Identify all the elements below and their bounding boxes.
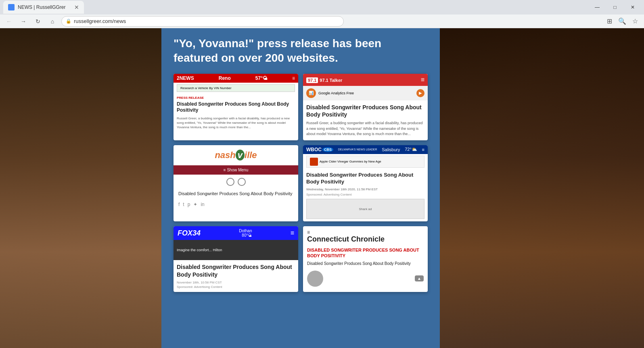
2news-body-text: Russell Greer, a budding songwriter with…: [177, 116, 295, 130]
2news-header: 2NEWS Reno 57°🌤 ≡: [174, 74, 298, 83]
news-card-nashville: nashville ≡ Show Menu Disabled Songwrite…: [174, 145, 298, 222]
nashville-logo: nashville: [174, 145, 298, 165]
wboc-ad-logo: [310, 158, 318, 166]
page-content: "Yo, Yovanna!" press release has been fe…: [0, 28, 644, 348]
wboc-title: Disabled Songwriter Produces Song About …: [306, 172, 424, 185]
active-tab[interactable]: NEWS | RussellGGrer ✕: [3, 1, 84, 14]
ct-avatar: [307, 271, 323, 287]
home-button[interactable]: ⌂: [47, 16, 58, 27]
tab-title: NEWS | RussellGGrer: [18, 4, 65, 10]
nashville-menu: ≡ Show Menu: [174, 165, 298, 175]
maximize-button[interactable]: □: [607, 0, 623, 15]
talker-body-text: Russell Greer, a budding songwriter with…: [306, 121, 424, 137]
talker-body: Disabled Songwriter Produces Song About …: [303, 100, 428, 140]
talker-outlet-name: 97.1 Talker: [320, 78, 342, 83]
news-card-wboc: WBOC CBS DELMARVA'S NEWS LEADER Salisbur…: [303, 145, 428, 222]
2news-body: PRESS RELEASE Disabled Songwriter Produc…: [174, 94, 298, 132]
lock-icon: 🔒: [66, 19, 71, 24]
fox34-ad-text: Imagine the comfort... Hilton: [177, 248, 222, 252]
wboc-sponsored: Sponsored: Advertising Content: [306, 193, 424, 196]
talker-header: 97.1 97.1 Talker ≡: [303, 74, 428, 86]
talker-title: Disabled Songwriter Produces Song About …: [306, 104, 424, 118]
talker-logo: 97.1 97.1 Talker: [306, 77, 342, 83]
news-card-2news: 2NEWS Reno 57°🌤 ≡ Research a Vehicle By …: [174, 74, 298, 140]
forward-button[interactable]: →: [18, 16, 29, 27]
circle-2: [238, 178, 246, 186]
browser-chrome: NEWS | RussellGGrer ✕ — □ ✕ ← → ↻ ⌂ 🔒 ru…: [0, 0, 644, 28]
back-button[interactable]: ←: [3, 16, 15, 27]
background-left: [0, 28, 161, 348]
tab-close-button[interactable]: ✕: [74, 4, 79, 10]
bookmark-button[interactable]: ☆: [629, 16, 641, 27]
wboc-location: Salisbury: [382, 147, 400, 152]
close-button[interactable]: ✕: [625, 0, 641, 15]
ad-arrow-icon: ▶: [416, 89, 424, 97]
press-release-label: PRESS RELEASE: [177, 96, 295, 100]
wboc-body: Disabled Songwriter Produces Song About …: [303, 169, 428, 222]
reload-button[interactable]: ↻: [32, 16, 44, 27]
2news-title: Disabled Songwriter Produces Song About …: [177, 101, 295, 114]
ct-bottom: ▲: [303, 269, 428, 288]
minimize-button[interactable]: —: [589, 0, 605, 15]
url-bar[interactable]: 🔒 russellgreer.com/news: [61, 16, 344, 27]
twitter-icon: t: [183, 202, 184, 207]
news-card-ct-chronicle: ≡ Connecticut Chronicle DISABLED SONGWRI…: [303, 226, 428, 292]
2news-menu-icon: ≡: [292, 75, 295, 81]
2news-outlet-label: 2NEWS: [177, 75, 194, 81]
2news-location: Reno: [219, 75, 231, 81]
window-controls: — □ ✕: [589, 0, 641, 15]
fox34-header: FOX34 Dothan 80°🌤 ≡: [174, 226, 298, 240]
ct-scroll-button[interactable]: ▲: [415, 275, 424, 281]
background-right: [438, 28, 644, 348]
nashville-social: f t p ✦ in: [174, 200, 298, 209]
wboc-ad-text: Apple Cider Vinegar Gummies by New Age: [320, 160, 381, 163]
2news-ad-banner: Research a Vehicle By VIN Number: [177, 84, 295, 92]
wboc-cbs-badge: CBS: [322, 147, 333, 152]
wboc-bottom-ad: Shark ad: [306, 199, 424, 219]
url-text: russellgreer.com/news: [74, 18, 126, 24]
tab-favicon: [8, 4, 15, 10]
wboc-outlet-name: WBOC: [306, 147, 322, 152]
ct-logo: Connecticut Chronicle: [307, 235, 424, 244]
wboc-menu-icon: ≡: [422, 147, 424, 152]
nashville-circles: [174, 175, 298, 189]
circle-1: [226, 178, 234, 186]
wboc-header: WBOC CBS DELMARVA'S NEWS LEADER Salisbur…: [303, 145, 428, 154]
wboc-date: Wednesday, November 18th 2020, 11:58 PM …: [306, 188, 424, 191]
fox34-title: Disabled Songwriter Produces Song About …: [177, 263, 295, 278]
grid-button[interactable]: ⊞: [604, 16, 615, 27]
wboc-temp: 72°⛅: [405, 147, 417, 152]
wboc-tagline: DELMARVA'S NEWS LEADER: [338, 148, 377, 151]
fox34-date: November 18th, 10:58 PM CST: [177, 281, 295, 284]
search-button[interactable]: 🔍: [617, 16, 628, 27]
hero-heading: "Yo, Yovanna!" press release has been fe…: [174, 36, 428, 66]
nashville-title: Disabled Songwriter Produces Song About …: [174, 189, 298, 200]
fox34-weather: Dothan 80°🌤: [239, 229, 252, 238]
wboc-logo: WBOC CBS: [306, 147, 333, 152]
2news-ad-text: Research a Vehicle By VIN Number: [180, 86, 232, 90]
talker-ad: 📊 Google Analytics Free ▶: [303, 86, 428, 100]
fox34-location: Dothan: [239, 229, 252, 233]
pinterest-icon: p: [188, 202, 190, 207]
tab-bar: NEWS | RussellGGrer ✕ — □ ✕: [0, 0, 644, 15]
linkedin-icon: in: [201, 202, 204, 207]
fox34-logo: FOX34: [178, 229, 201, 238]
ct-subtitle: Disabled Songwriter Produces Song About …: [303, 260, 428, 269]
fox34-body: Disabled Songwriter Produces Song About …: [174, 260, 298, 292]
share-icon: ✦: [193, 202, 197, 207]
ct-header: ≡ Connecticut Chronicle: [303, 226, 428, 246]
ct-menu-icon: ≡: [307, 229, 424, 235]
center-panel: "Yo, Yovanna!" press release has been fe…: [161, 28, 440, 348]
fox34-temp: 80°🌤: [239, 233, 252, 238]
toolbar-right: ⊞ 🔍 ☆: [604, 16, 641, 27]
news-card-fox34: FOX34 Dothan 80°🌤 ≡ Imagine the comfort.…: [174, 226, 298, 292]
news-cards-grid: 2NEWS Reno 57°🌤 ≡ Research a Vehicle By …: [174, 74, 428, 292]
2news-temp: 57°🌤: [255, 75, 268, 81]
news-card-talker: 97.1 97.1 Talker ≡ 📊 Google Analytics Fr…: [303, 74, 428, 140]
facebook-icon: f: [178, 202, 180, 207]
fox34-sponsored: Sponsored: Advertising Content: [177, 285, 295, 289]
address-bar: ← → ↻ ⌂ 🔒 russellgreer.com/news ⊞ 🔍 ☆: [0, 15, 644, 28]
wboc-bottom-ad-banner: Shark ad: [306, 199, 424, 219]
ad-icon: 📊: [306, 88, 316, 98]
talker-logo-text: 97.1: [306, 77, 318, 83]
